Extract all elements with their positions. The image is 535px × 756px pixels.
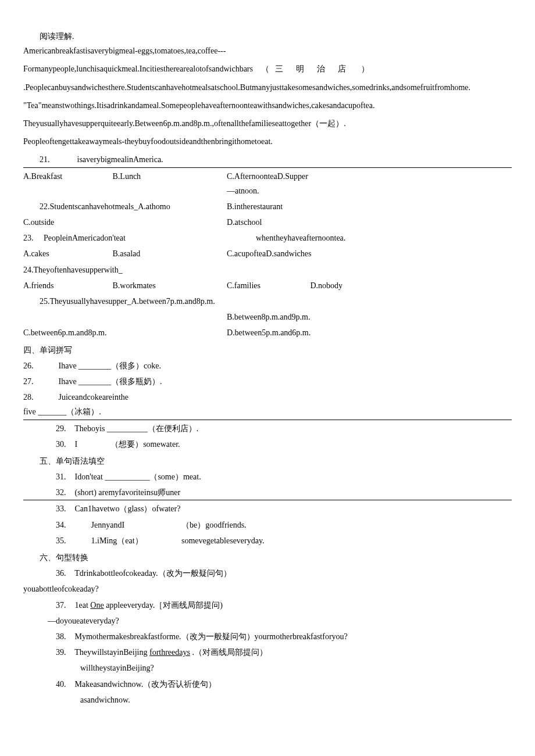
q34-text2: （be）goodfriends. — [181, 521, 247, 529]
q40-num: 40. — [40, 677, 69, 691]
q24-b: B.workmates — [113, 278, 194, 293]
q26: 26. Ihave ________（很多）coke. — [23, 359, 512, 373]
q21-num: 21. — [23, 152, 50, 167]
q35-num: 35. — [40, 533, 69, 548]
p2a: Formanypeople,lunchisaquickmeal.Incities… — [23, 65, 253, 73]
q30-text: I — [75, 440, 78, 449]
reading-title: 阅读理解. — [23, 29, 512, 44]
para-2: Formanypeople,lunchisaquickmeal.Incities… — [23, 62, 512, 76]
q37: 37. 1eat One appleeveryday.［对画线局部提问) — [23, 598, 512, 612]
q29-text: Theboyis __________（在便利店）. — [74, 424, 198, 433]
sec5-title: 五、单句语法填空 — [23, 454, 512, 468]
q24-a: A.friends — [23, 278, 110, 293]
q23-stem: PeopleinAmericadon'teat — [44, 234, 126, 242]
q37-ans: —doyoueateveryday? — [23, 614, 512, 628]
section-4: 四、单词拼写 26. Ihave ________（很多）coke. 27. I… — [23, 343, 512, 452]
q34-text1: JennyandI — [75, 518, 180, 532]
q39-text2: .（对画线局部提问） — [192, 648, 268, 657]
q39-num: 39. — [40, 645, 69, 660]
q31-text: Idon'teat ___________（some）meat. — [75, 472, 201, 481]
reading-section: 阅读理解. Americanbreakfastisaverybigmeal-eg… — [23, 29, 512, 341]
q33-num: 33. — [40, 501, 69, 516]
para-3: .Peoplecanbuysandwichesthere.Studentscan… — [23, 80, 512, 95]
p2d: ） — [361, 65, 369, 73]
q35: 35. 1.iMing（eat） somevegetableseveryday. — [23, 533, 512, 548]
q37-num: 37. — [40, 598, 69, 612]
q38-text: Mymothermakesbreakfastforme.（改为一般疑问句）you… — [75, 632, 348, 641]
q31-num: 31. — [40, 470, 69, 484]
q32-text: (short) aremyfavoriteinsu师uner — [75, 488, 181, 497]
para-1: Americanbreakfastisaverybigmeal-eggs,tom… — [23, 44, 512, 58]
q34: 34. JennyandI （be）goodfriends. — [23, 518, 512, 532]
q21-noon: —atnoon. — [227, 184, 512, 198]
q25-d: D.between5p.m.and6p.m. — [227, 325, 512, 340]
q37-text1: 1eat — [75, 601, 88, 610]
p2c: 三明治店 — [275, 65, 359, 73]
q21-options: A.Breakfast B.Lunch C.AfternoonteaD.Supp… — [23, 169, 512, 198]
q38: 38. Mymothermakesbreakfastforme.（改为一般疑问句… — [23, 629, 512, 644]
q36-text: Tdrinkabottleofcokeaday.（改为一般疑问句） — [74, 569, 231, 578]
q22-d: D.atschool — [227, 215, 512, 230]
q23-row2: A.cakes B.asalad C.acupofteaD.sandwiches — [23, 246, 512, 261]
q38-num: 38. — [40, 629, 69, 644]
q36-num: 36. — [40, 566, 69, 581]
sec6-title: 六、句型转换 — [23, 550, 512, 565]
q22-row1: 22.Studentscanhavehotmeals_A.athomo B.in… — [23, 199, 512, 214]
q22-row2: C.outside D.atschool — [23, 215, 512, 230]
q40-ans: asandwichnow. — [23, 693, 512, 707]
q22-b: B.intherestaurant — [227, 199, 512, 214]
para-6: Peopleoftengettakeawaymeals-theybuyfoodo… — [23, 134, 512, 149]
q24-options: A.friends B.workmates C.families D.nobod… — [23, 278, 512, 293]
q33: 33. Can1havetwo（glass）ofwater? — [23, 501, 512, 516]
sec4-title: 四、单词拼写 — [23, 343, 512, 357]
q35-text1: 1.iMing（eat） — [75, 533, 180, 548]
q25-row3: C.between6p.m.and8p.m. D.between5p.m.and… — [23, 325, 512, 340]
q39-text1: TheywillstayinBeijing — [74, 648, 147, 657]
q23-num: 23. — [23, 234, 34, 242]
q33-text: Can1havetwo（glass）ofwater? — [75, 504, 181, 513]
q39: 39. TheywillstayinBeijing forthreedays .… — [23, 645, 512, 660]
q30: 30. I （想要）somewater. — [23, 437, 512, 452]
para-5: Theyusuallyhavesupperquiteearly.Between6… — [23, 116, 512, 131]
q39-ans: willtheystayinBeijing? — [23, 661, 512, 675]
q23-row1: 23. PeopleinAmericadon'teat whentheyhave… — [23, 231, 512, 245]
q40-text: Makeasandwichnow.（改为否认祈使句） — [75, 680, 217, 689]
q24-stem: 24.Theyoftenhavesupperwith_ — [23, 263, 512, 277]
q34-num: 34. — [40, 518, 69, 532]
q23-a: A.cakes — [23, 246, 110, 261]
q40: 40. Makeasandwichnow.（改为否认祈使句） — [23, 677, 512, 691]
q21-cd: C.AfternoonteaD.Supper — [227, 169, 512, 184]
q36: 36. Tdrinkabottleofcokeaday.（改为一般疑问句） — [23, 566, 512, 581]
q23-b: B.asalad — [113, 246, 194, 261]
q27: 27. Ihave ________（很多瓶奶）. — [23, 374, 512, 389]
q25-stem: 25.Theyusuallyhavesupper_A.between7p.m.a… — [23, 294, 512, 309]
q23-tail: whentheyhaveafternoontea. — [227, 231, 512, 245]
q28-text1: Juiceandcokeareinthe — [59, 393, 129, 402]
q26-text: Ihave ________（很多）coke. — [59, 361, 162, 370]
q28: 28. Juiceandcokeareinthe five _______（冰箱… — [23, 390, 512, 420]
q39-underline: forthreedays — [149, 648, 190, 657]
q30-num: 30. — [40, 437, 69, 452]
q35-text2: somevegetableseveryday. — [181, 536, 265, 545]
q27-num: 27. — [23, 374, 52, 389]
q36-ans: youabottleofcokeaday? — [23, 582, 512, 596]
q22-stem: 22.Studentscanhavehotmeals_A.athomo — [23, 199, 227, 214]
q23-cd: C.acupofteaD.sandwiches — [227, 246, 512, 261]
para-4: "Tea"meanstwothings.Itisadrinkandameal.S… — [23, 98, 512, 113]
q28-num: 28. — [23, 390, 52, 404]
q28-text2: five _______（冰箱）. — [23, 404, 512, 419]
q24-c: C.families — [227, 278, 308, 293]
q25-b: B.between8p.m.and9p.m. — [227, 310, 512, 324]
q21-stem-line: 21. isaverybigmealinAmerica. — [23, 152, 512, 167]
q21-stem: isaverybigmealinAmerica. — [77, 155, 163, 164]
q24-d: D.nobody — [311, 278, 343, 293]
q29-num: 29. — [40, 421, 69, 436]
q27-text: Ihave ________（很多瓶奶）. — [59, 377, 162, 386]
q22-c: C.outside — [23, 215, 227, 230]
q31: 31. Idon'teat ___________（some）meat. — [23, 470, 512, 484]
section-6: 六、句型转换 36. Tdrinkabottleofcokeaday.（改为一般… — [23, 550, 512, 707]
q29: 29. Theboyis __________（在便利店）. — [23, 421, 512, 436]
q25-row2: B.between8p.m.and9p.m. — [23, 310, 512, 324]
q25-c: C.between6p.m.and8p.m. — [23, 325, 227, 340]
q32: 32. (short) aremyfavoriteinsu师uner — [23, 485, 512, 500]
